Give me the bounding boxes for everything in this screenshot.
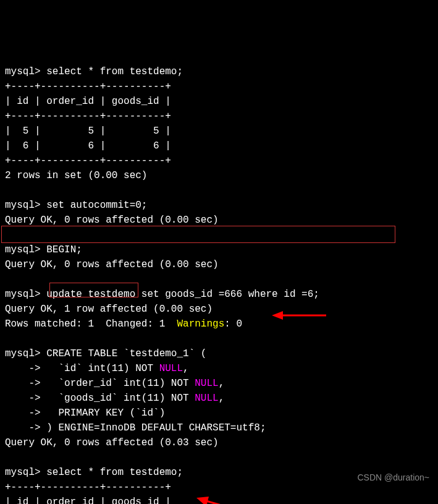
sql-text: , [183,363,189,374]
cont-prompt: -> [5,408,41,419]
null-keyword: NULL [195,393,218,404]
sql-text: `id` int(11) NOT [46,363,159,374]
sql-text: ) ENGINE=InnoDB DEFAULT CHARSET=utf8; [46,422,266,434]
sql-text: `order_id` int(11) NOT [46,378,195,389]
table-border: +----+----------+----------+ [5,482,171,493]
sql-create-keyword: CREATE TABLE [46,348,117,359]
sql-text: PRIMARY KEY (`id`) [46,408,165,419]
result-text: Query OK, 0 rows affected (0.00 sec) [5,259,219,270]
prompt: mysql> [5,467,41,478]
cont-prompt: -> [5,422,41,434]
result-text: Query OK, 0 rows affected (0.00 sec) [5,215,219,226]
table-row: | 6 | 6 | 6 | [5,140,171,152]
result-text: 2 rows in set (0.00 sec) [5,170,147,181]
sql-query: BEGIN; [46,244,82,255]
result-text: : 0 [224,318,242,330]
table-border: +----+----------+----------+ [5,155,171,166]
result-text: Rows matched: 1 Changed: 1 [5,318,177,330]
cont-prompt: -> [5,378,41,389]
table-header: | id | order_id | goods_id | [5,96,171,107]
null-keyword: NULL [195,378,218,389]
result-text: Query OK, 0 rows affected (0.03 sec) [5,437,219,448]
result-text: Query OK, 1 row affected (0.00 sec) [5,304,213,315]
watermark-text: CSDN @duration~ [357,471,429,484]
null-keyword: NULL [159,363,183,374]
prompt: mysql> [5,200,41,211]
sql-text: , [219,378,225,389]
table-header: | id | order_id | goods_id | [5,497,171,504]
table-border: +----+----------+----------+ [5,111,171,122]
sql-text: `goods_id` int(11) NOT [46,393,195,404]
table-row: | 5 | 5 | 5 | [5,126,171,137]
sql-text: , [219,393,225,404]
sql-query: update testdemo set goods_id =666 where … [46,289,319,300]
table-border: +----+----------+----------+ [5,81,171,92]
prompt: mysql> [5,244,41,255]
sql-query: select * from testdemo; [46,66,183,77]
sql-text: `testdemo_1` ( [117,348,206,359]
warnings-keyword: Warnings [177,318,224,330]
prompt: mysql> [5,66,41,77]
prompt: mysql> [5,289,41,300]
cont-prompt: -> [5,363,41,374]
sql-query: set autocommit=0; [46,200,147,211]
prompt: mysql> [5,348,41,359]
cont-prompt: -> [5,393,41,404]
terminal-output: mysql> select * from testdemo; +----+---… [5,64,433,504]
sql-query: select * from testdemo; [46,467,183,478]
